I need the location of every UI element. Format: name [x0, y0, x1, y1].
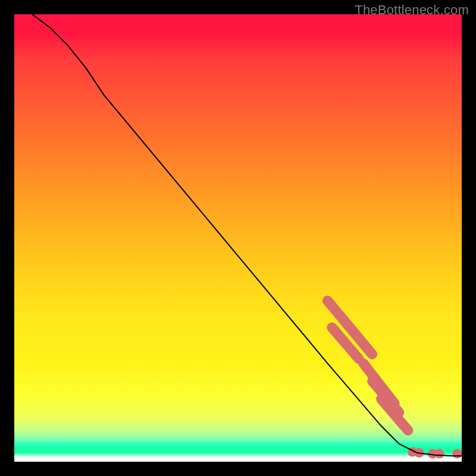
chart-frame: TheBottleneck.com — [0, 0, 476, 476]
flat-marker — [453, 449, 462, 459]
marker-layer — [327, 300, 462, 458]
watermark-text: TheBottleneck.com — [355, 2, 469, 18]
curve-layer — [14, 14, 462, 462]
main-curve — [32, 14, 462, 456]
flat-marker — [434, 449, 444, 459]
plot-area — [14, 14, 462, 462]
